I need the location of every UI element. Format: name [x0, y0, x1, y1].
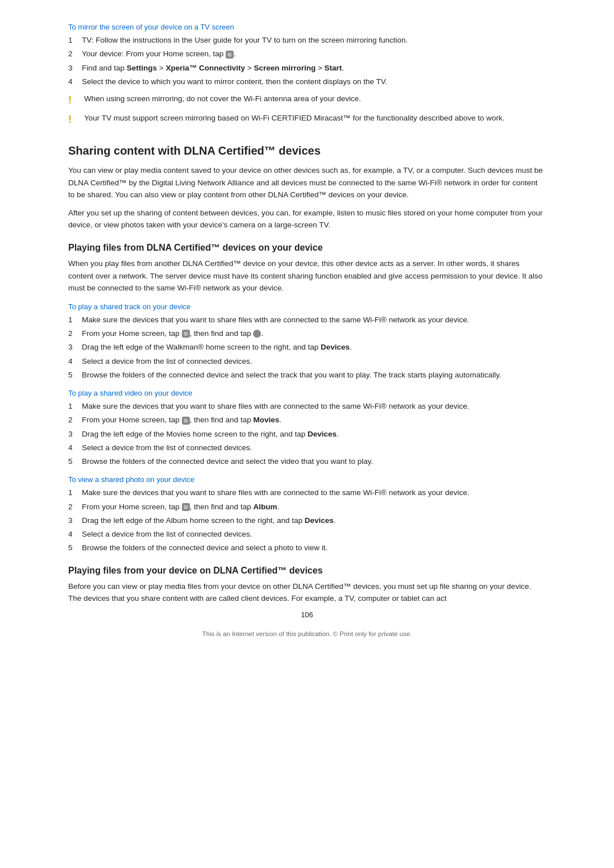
video-step-3: 3 Drag the left edge of the Movies home … [68, 429, 546, 440]
video-step-2: 2 From your Home screen, tap ⊞, then fin… [68, 414, 546, 426]
track-step-3: 3 Drag the left edge of the Walkman® hom… [68, 342, 546, 353]
mirror-step-3: 3 Find and tap Settings > Xperia™ Connec… [68, 63, 546, 74]
track-step-2: 2 From your Home screen, tap ⊞, then fin… [68, 328, 546, 339]
photo-step-1: 1 Make sure the devices that you want to… [68, 487, 546, 499]
photo-step-5: 5 Browse the folders of the connected de… [68, 542, 546, 554]
dlna-intro-text: You can view or play media content saved… [68, 164, 546, 201]
apps-icon-3: ⊞ [182, 417, 190, 425]
walkman-icon [253, 330, 261, 338]
page-number: 106 [68, 610, 546, 619]
playing-files-heading: Playing files from DLNA Certified™ devic… [68, 243, 546, 253]
dlna-intro-text2: After you set up the sharing of content … [68, 207, 546, 231]
video-step-1: 1 Make sure the devices that you want to… [68, 401, 546, 412]
apps-icon: ⊞ [226, 51, 234, 59]
shared-video-steps: 1 Make sure the devices that you want to… [68, 401, 546, 467]
shared-photo-steps: 1 Make sure the devices that you want to… [68, 487, 546, 554]
photo-step-4: 4 Select a device from the list of conne… [68, 529, 546, 540]
apps-icon-4: ⊞ [182, 503, 190, 511]
shared-track-steps: 1 Make sure the devices that you want to… [68, 314, 546, 381]
playing-files-intro: When you play files from another DLNA Ce… [68, 258, 546, 294]
playing-from-device-heading: Playing files from your device on DLNA C… [68, 566, 546, 576]
video-step-5: 5 Browse the folders of the connected de… [68, 456, 546, 467]
apps-icon-2: ⊞ [182, 330, 190, 338]
photo-step-2: 2 From your Home screen, tap ⊞, then fin… [68, 501, 546, 513]
dlna-section-heading: Sharing content with DLNA Certified™ dev… [68, 144, 546, 157]
mirror-step-2: 2 Your device: From your Home screen, ta… [68, 48, 546, 60]
footer-note: This is an Internet version of this publ… [68, 630, 546, 637]
shared-photo-link[interactable]: To view a shared photo on your device [68, 475, 546, 484]
shared-video-link[interactable]: To play a shared video on your device [68, 389, 546, 397]
track-step-1: 1 Make sure the devices that you want to… [68, 314, 546, 326]
warning-text-2: Your TV must support screen mirroring ba… [84, 113, 546, 124]
track-step-4: 4 Select a device from the list of conne… [68, 356, 546, 367]
mirror-step-4: 4 Select the device to which you want to… [68, 76, 546, 88]
mirror-section-link[interactable]: To mirror the screen of your device on a… [68, 23, 546, 31]
warning-1: ! When using screen mirroring, do not co… [68, 93, 546, 108]
warning-icon-1: ! [68, 93, 84, 108]
mirror-step-1: 1 TV: Follow the instructions in the Use… [68, 35, 546, 46]
page-container: To mirror the screen of your device on a… [0, 0, 614, 868]
warning-2: ! Your TV must support screen mirroring … [68, 113, 546, 127]
warning-icon-2: ! [68, 112, 84, 127]
warning-text-1: When using screen mirroring, do not cove… [84, 93, 546, 105]
shared-track-link[interactable]: To play a shared track on your device [68, 302, 546, 311]
playing-from-device-intro: Before you can view or play media files … [68, 580, 546, 605]
track-step-5: 5 Browse the folders of the connected de… [68, 369, 546, 381]
video-step-4: 4 Select a device from the list of conne… [68, 442, 546, 454]
mirror-steps-list: 1 TV: Follow the instructions in the Use… [68, 35, 546, 88]
photo-step-3: 3 Drag the left edge of the Album home s… [68, 515, 546, 526]
